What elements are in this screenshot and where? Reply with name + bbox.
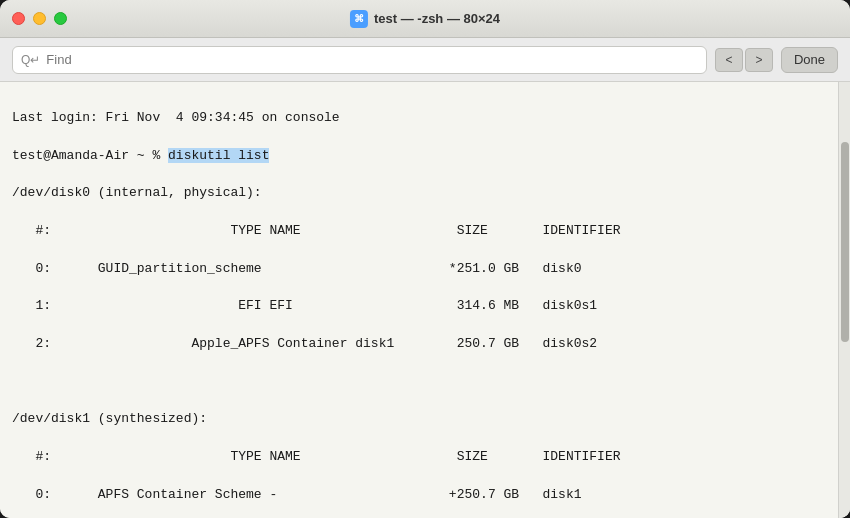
line-4: #: TYPE NAME SIZE IDENTIFIER [12, 222, 826, 241]
line-5: 0: GUID_partition_scheme *251.0 GB disk0 [12, 260, 826, 279]
traffic-lights [12, 12, 67, 25]
nav-buttons: < > [715, 48, 773, 72]
window-title: ⌘ test — -zsh — 80×24 [350, 10, 500, 28]
close-button[interactable] [12, 12, 25, 25]
line-8 [12, 373, 826, 392]
line-6: 1: EFI EFI 314.6 MB disk0s1 [12, 297, 826, 316]
search-icon: Q↵ [21, 53, 40, 67]
search-input[interactable] [46, 52, 698, 67]
line-1: Last login: Fri Nov 4 09:34:45 on consol… [12, 109, 826, 128]
terminal-icon: ⌘ [350, 10, 368, 28]
done-button[interactable]: Done [781, 47, 838, 73]
titlebar: ⌘ test — -zsh — 80×24 [0, 0, 850, 38]
line-7: 2: Apple_APFS Container disk1 250.7 GB d… [12, 335, 826, 354]
line-9: /dev/disk1 (synthesized): [12, 410, 826, 429]
terminal-window: ⌘ test — -zsh — 80×24 Q↵ < > Done Last l… [0, 0, 850, 518]
nav-prev-button[interactable]: < [715, 48, 743, 72]
maximize-button[interactable] [54, 12, 67, 25]
search-wrapper[interactable]: Q↵ [12, 46, 707, 74]
searchbar: Q↵ < > Done [0, 38, 850, 82]
minimize-button[interactable] [33, 12, 46, 25]
terminal-output[interactable]: Last login: Fri Nov 4 09:34:45 on consol… [0, 82, 838, 518]
terminal-content: Last login: Fri Nov 4 09:34:45 on consol… [0, 82, 850, 518]
line-11: 0: APFS Container Scheme - +250.7 GB dis… [12, 486, 826, 505]
line-2: test@Amanda-Air ~ % diskutil list [12, 147, 826, 166]
line-3: /dev/disk0 (internal, physical): [12, 184, 826, 203]
nav-next-button[interactable]: > [745, 48, 773, 72]
line-10: #: TYPE NAME SIZE IDENTIFIER [12, 448, 826, 467]
scrollbar[interactable] [838, 82, 850, 518]
scrollbar-thumb[interactable] [841, 142, 849, 342]
